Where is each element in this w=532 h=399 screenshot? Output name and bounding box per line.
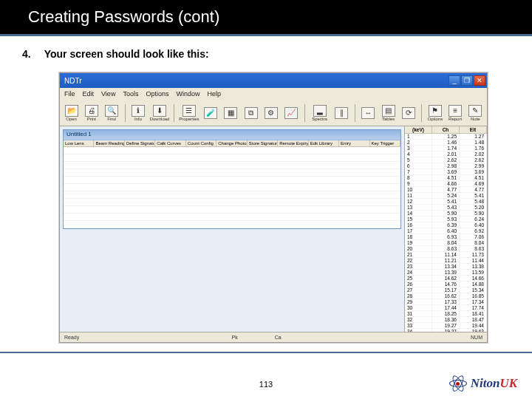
grid-row	[64, 184, 400, 191]
grid-header[interactable]: Calk Curves	[155, 140, 185, 146]
rp-row: 94.664.69	[405, 181, 487, 187]
tool-options[interactable]: ⚑Options	[426, 105, 443, 121]
status-right: NUM	[471, 335, 482, 340]
menu-tools[interactable]: Tools	[123, 90, 138, 98]
menu-view[interactable]: View	[101, 90, 115, 98]
rp-cell: 13.39	[432, 270, 460, 276]
rp-cell: 1.74	[432, 146, 460, 151]
rp-row: 2715.1715.34	[405, 287, 487, 293]
rp-cell: 14.88	[460, 282, 487, 287]
rp-cell: 8.63	[460, 246, 487, 252]
rp-cell: 5.20	[460, 205, 487, 211]
grid-header[interactable]: Store Signature	[248, 140, 278, 146]
menubar: FileEditViewToolsOptionsWindowHelp	[60, 88, 487, 100]
menu-file[interactable]: File	[64, 90, 75, 98]
rp-cell: 10	[405, 187, 432, 193]
menu-edit[interactable]: Edit	[83, 90, 95, 98]
tool-icon: 🧪	[204, 107, 217, 119]
rp-cell: 7.06	[460, 234, 487, 240]
tool-download[interactable]: ⬇Download	[150, 105, 170, 121]
tool-btn9[interactable]: ▦	[222, 107, 239, 119]
rp-cell: 28	[405, 293, 432, 299]
tool-icon: ✎	[468, 105, 482, 117]
tool-note[interactable]: ✎Note	[467, 105, 484, 121]
rp-cell: 7	[405, 169, 432, 175]
maximize-button[interactable]: ❐	[461, 75, 473, 86]
tool-label: Open	[66, 117, 77, 121]
rp-row: 2614.7614.88	[405, 282, 487, 287]
footer-divider	[0, 352, 532, 353]
minimize-button[interactable]: _	[449, 75, 460, 86]
tool-print[interactable]: 🖨Print	[83, 105, 100, 121]
niton-logo: NitonUK	[449, 374, 517, 393]
tool-icon: ☰	[183, 105, 196, 117]
rp-row: 31.741.76	[405, 146, 487, 151]
tool-btn8[interactable]: 🧪	[202, 107, 219, 119]
grid-header[interactable]: Define Signature	[125, 140, 155, 146]
tool-label: Spectra	[312, 117, 327, 121]
slide: Creating Passwords (cont) 4. Your screen…	[0, 0, 532, 399]
rp-cell: 9	[405, 181, 432, 187]
rp-cell: 1.48	[460, 140, 487, 146]
close-button[interactable]: ✕	[474, 75, 485, 86]
tool-btn17[interactable]: ↔	[360, 107, 377, 119]
grid-header[interactable]: Remote Expiry	[278, 140, 308, 146]
grid-body	[64, 147, 400, 228]
grid-header[interactable]: Key Trigger	[370, 140, 400, 146]
tool-btn11[interactable]: ⚙	[262, 107, 279, 119]
tool-btn15[interactable]: ∥	[333, 107, 350, 119]
rp-cell: 17.33	[432, 299, 460, 305]
rp-cell: 1	[405, 134, 432, 140]
rp-cell: 12	[405, 199, 432, 205]
rp-cell: 3	[405, 146, 432, 151]
rp-cell: 33	[405, 323, 432, 329]
toolbar-sep	[355, 104, 355, 122]
rp-cell: 15	[405, 216, 432, 222]
rp-cell: 5.41	[432, 199, 460, 205]
grid-header[interactable]: Beam Reading	[94, 140, 124, 146]
tool-icon: ▂	[313, 105, 327, 117]
rp-cell: 5.93	[432, 216, 460, 222]
rp-row: 2111.1411.73	[405, 252, 487, 258]
grid-header[interactable]: Low Lens	[64, 140, 94, 146]
grid-header[interactable]: Count Config	[186, 140, 216, 146]
rp-row: 21.461.48	[405, 140, 487, 146]
rp-cell: 22	[405, 258, 432, 264]
grid-header[interactable]: Entry	[339, 140, 369, 146]
tool-properties[interactable]: ☰Properties	[179, 105, 199, 121]
tool-icon: ↔	[361, 107, 375, 119]
tool-btn19[interactable]: ⟳	[400, 107, 417, 119]
menu-options[interactable]: Options	[146, 90, 168, 98]
tool-label: Options	[428, 117, 443, 121]
grid-header[interactable]: Change Photos	[216, 140, 247, 146]
tool-icon: 🖨	[85, 105, 98, 117]
tool-spectra[interactable]: ▂Spectra	[310, 105, 330, 121]
tool-info[interactable]: ℹInfo	[129, 105, 146, 121]
menu-help[interactable]: Help	[207, 90, 221, 98]
rp-cell: 20	[405, 246, 432, 252]
tool-btn10[interactable]: ⧉	[242, 107, 259, 119]
grid-header[interactable]: Edit Library	[309, 140, 339, 146]
rp-cell: 15.17	[432, 287, 460, 293]
rp-cell: 26	[405, 282, 432, 287]
tool-find[interactable]: 🔍Find	[103, 105, 120, 121]
rp-row: 2413.3913.59	[405, 270, 487, 276]
rp-row: 2211.2111.44	[405, 258, 487, 264]
menu-window[interactable]: Window	[176, 90, 200, 98]
atom-core	[456, 382, 460, 386]
rp-row: 62.982.99	[405, 163, 487, 169]
tool-report[interactable]: ≡Report	[446, 105, 463, 121]
toolbar-sep	[304, 104, 305, 122]
tool-label: Properties	[179, 117, 199, 121]
tool-tables[interactable]: ▤Tables	[380, 105, 397, 121]
tool-btn12[interactable]: 📈	[282, 107, 299, 119]
rp-cell: 5.24	[432, 193, 460, 199]
tool-open[interactable]: 📂Open	[63, 105, 80, 121]
rp-cell: 8	[405, 175, 432, 181]
rp-h3: Elt	[460, 126, 487, 133]
grid-header-row: Low LensBeam ReadingDefine SignatureCalk…	[64, 140, 400, 147]
rp-row: 135.435.20	[405, 205, 487, 211]
grid-row	[64, 191, 400, 199]
rp-cell: 32	[405, 317, 432, 323]
tool-label: Tables	[382, 117, 395, 121]
